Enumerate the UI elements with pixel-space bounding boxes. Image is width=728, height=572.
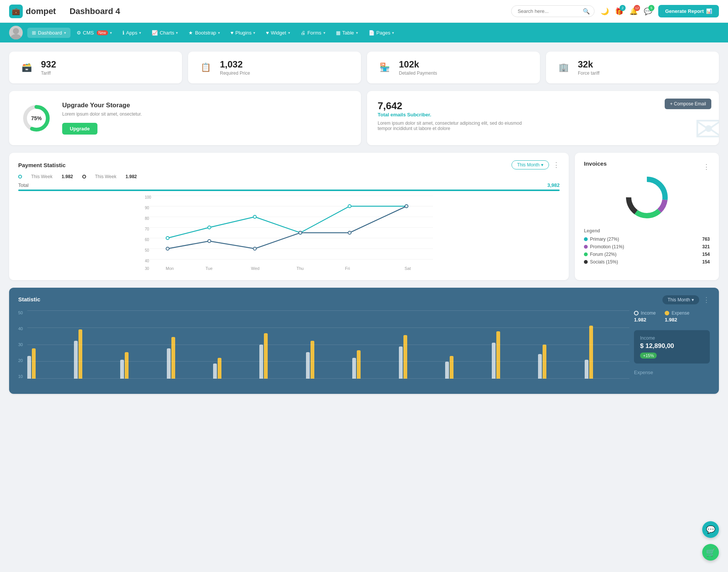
- chat-icon[interactable]: 💬 5: [644, 7, 652, 16]
- svg-text:60: 60: [145, 238, 149, 242]
- chevron-down-icon: ▾: [392, 31, 394, 35]
- table-icon: ▦: [336, 30, 340, 36]
- logo-text: dompet: [26, 6, 56, 16]
- invoices-legend: Legend Primary (27%) 763 Promotion (11%)…: [584, 228, 710, 265]
- sidebar-item-pages[interactable]: 📄 Pages ▾: [364, 28, 399, 38]
- force-tariff-number: 32k: [578, 59, 599, 70]
- income-box-label: Income: [640, 335, 704, 341]
- storage-card: 75% Upgrade Your Storage Lorem ipsum dol…: [9, 91, 361, 145]
- svg-point-25: [166, 247, 169, 250]
- generate-report-button[interactable]: Generate Report 📊: [658, 5, 719, 17]
- statistic-more-button[interactable]: ⋮: [703, 296, 710, 304]
- payment-statistic-card: Payment Statistic This Month ▾ ⋮ This We…: [9, 153, 569, 280]
- bell-badge: 12: [634, 5, 640, 11]
- tariff-label: Tariff: [41, 71, 56, 76]
- total-bar: [18, 190, 560, 191]
- stat-card-required-price: 📋 1,032 Required Price: [188, 52, 361, 83]
- statistic-title: Statistic: [18, 296, 40, 302]
- expense-dot: [665, 311, 669, 315]
- y-label-50: 50: [18, 310, 23, 315]
- bar-group-3: [120, 352, 165, 379]
- svg-point-1: [11, 34, 21, 39]
- bar-group-9: [399, 335, 444, 379]
- svg-point-20: [208, 226, 211, 229]
- stat-card-force-tariff: 🏢 32k Force tariff: [546, 52, 719, 83]
- sidebar-item-cms[interactable]: ⚙ CMS New ▾: [72, 28, 116, 38]
- required-price-number: 1,032: [220, 59, 250, 70]
- svg-text:Wed: Wed: [251, 266, 259, 271]
- y-label-30: 30: [18, 342, 23, 347]
- income-label: Income: [641, 310, 656, 316]
- invoices-title: Invoices: [584, 160, 607, 167]
- income-block: Income 1.982: [634, 310, 656, 323]
- svg-point-30: [405, 205, 408, 208]
- svg-point-41: [634, 184, 660, 211]
- chevron-down-icon: ▾: [253, 31, 255, 35]
- forum-dot: [584, 252, 588, 256]
- search-input[interactable]: [511, 5, 595, 17]
- heart-icon: ♥: [231, 30, 234, 36]
- promotion-dot: [584, 245, 588, 249]
- income-dot: [634, 311, 639, 315]
- force-tariff-label: Force tariff: [578, 71, 599, 76]
- stat-card-tariff: 🗃️ 932 Tariff: [9, 52, 182, 83]
- sidebar-item-dashboard[interactable]: ⊞ Dashboard ▾: [27, 28, 71, 38]
- bar-group-12: [538, 345, 583, 379]
- legend-item-forum: Forum (22%) 154: [584, 252, 710, 257]
- sidebar-item-table[interactable]: ▦ Table ▾: [331, 28, 362, 38]
- legend-item-primary: Primary (27%) 763: [584, 237, 710, 242]
- line-chart: 100 90 80 70 60 50 40 30: [18, 196, 560, 273]
- compose-email-button[interactable]: + Compose Email: [665, 99, 711, 109]
- svg-point-26: [208, 240, 211, 243]
- sidebar-item-apps[interactable]: ℹ Apps ▾: [118, 28, 146, 38]
- bar-group-11: [492, 331, 537, 379]
- gear-icon: ⚙: [77, 30, 81, 36]
- expense-label: Expense: [672, 310, 689, 316]
- chevron-down-icon: ▾: [139, 31, 141, 35]
- bar-group-8: [352, 350, 397, 379]
- legend-dot-dark: [82, 175, 86, 179]
- income-value: 1.982: [634, 317, 646, 323]
- bar-group-2: [74, 329, 119, 379]
- force-tariff-icon: 🏢: [555, 59, 572, 76]
- this-month-button[interactable]: This Month ▾: [511, 160, 549, 169]
- primary-dot: [584, 237, 588, 241]
- email-count: 7,642: [378, 100, 708, 112]
- chevron-down-icon: ▾: [288, 31, 290, 35]
- header-icons: 🌙 🎁 2 🔔 12 💬 5: [601, 7, 652, 16]
- income-change-badge: +15%: [640, 353, 657, 359]
- moon-icon[interactable]: 🌙: [601, 7, 609, 16]
- svg-text:40: 40: [145, 259, 149, 263]
- chevron-down-icon: ▾: [323, 31, 325, 35]
- expense-value: 1.982: [665, 317, 677, 323]
- chevron-down-icon: ▾: [110, 31, 112, 35]
- detailed-payments-number: 102k: [399, 59, 437, 70]
- statistic-this-month-button[interactable]: This Month ▾: [662, 295, 699, 304]
- payment-title: Payment Statistic: [18, 162, 66, 168]
- svg-text:70: 70: [145, 227, 149, 231]
- pages-icon: 📄: [369, 30, 375, 36]
- chevron-down-icon: ▾: [64, 31, 66, 35]
- storage-title: Upgrade Your Storage: [62, 102, 142, 109]
- svg-text:100: 100: [145, 196, 151, 199]
- email-card: + Compose Email 7,642 Total emails Subcr…: [367, 91, 719, 145]
- gift-icon[interactable]: 🎁 2: [615, 7, 623, 16]
- sidebar-item-charts[interactable]: 📈 Charts ▾: [147, 28, 182, 38]
- upgrade-button[interactable]: Upgrade: [62, 123, 97, 135]
- stat-card-detailed-payments: 🏪 102k Detailed Payments: [367, 52, 540, 83]
- svg-point-29: [348, 231, 351, 234]
- sidebar-item-forms[interactable]: 🖨 Forms ▾: [296, 28, 330, 38]
- legend-item-promotion: Promotion (11%) 321: [584, 244, 710, 249]
- sidebar-item-plugins[interactable]: ♥ Plugins ▾: [226, 28, 260, 38]
- bar-group-13: [585, 326, 629, 379]
- storage-percent: 75%: [31, 115, 42, 121]
- info-icon: ℹ: [122, 30, 124, 36]
- user-avatar: [9, 26, 23, 39]
- sidebar-item-bootstrap[interactable]: ★ Bootstrap ▾: [184, 28, 224, 38]
- more-options-button[interactable]: ⋮: [553, 161, 560, 169]
- sidebar-item-widget[interactable]: ♥ Widget ▾: [261, 28, 294, 38]
- invoices-more-button[interactable]: ⋮: [703, 163, 710, 171]
- bell-icon[interactable]: 🔔 12: [629, 7, 638, 16]
- legend-item-socials: Socials (15%) 154: [584, 259, 710, 265]
- print-icon: 🖨: [301, 30, 306, 36]
